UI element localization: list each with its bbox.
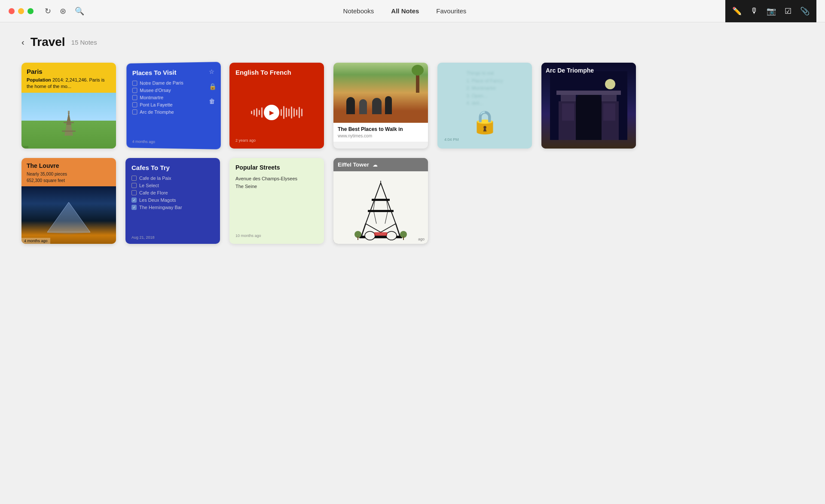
places-checkbox-1	[132, 81, 138, 86]
nytimes-title: The Best Places to Walk in	[338, 126, 424, 132]
back-button[interactable]: ‹	[21, 37, 24, 47]
waveform-bar	[283, 106, 284, 119]
notes-row-1: Paris Population 2014: 2,241,246. Paris …	[21, 63, 804, 149]
streets-timestamp: 10 months ago	[235, 234, 318, 238]
nytimes-image	[333, 63, 428, 123]
svg-rect-2	[64, 122, 74, 123]
cafes-checkbox-1	[131, 176, 137, 181]
page-title: Travel	[31, 35, 65, 49]
cloud-icon: ☁	[373, 162, 378, 168]
louvre-pyramid-svg	[21, 186, 116, 244]
louvre-body: Nearly 35,000 pieces 652,300 square feet	[27, 171, 111, 184]
paris-body: Population 2014: 2,241,246. Paris is the…	[27, 77, 111, 90]
cafes-checkbox-2	[131, 183, 137, 188]
places-item-2: Musee d'Orsay	[132, 87, 215, 93]
titlebar-left: ↻ ⊛ 🔍	[9, 6, 84, 16]
svg-marker-15	[47, 202, 90, 232]
traffic-lights	[9, 8, 34, 14]
compose-icon[interactable]: ✏️	[732, 6, 742, 16]
cafes-checkbox-5	[131, 205, 137, 210]
maximize-button[interactable]	[28, 8, 34, 14]
camera-icon[interactable]: 📷	[767, 6, 776, 16]
paris-timestamp	[21, 146, 28, 149]
places-item-3: Montmartre	[132, 95, 215, 100]
play-button[interactable]: ▶	[264, 105, 279, 120]
places-action-icons: ☆ 🔒 🗑	[209, 68, 217, 104]
lock-icon[interactable]: 🔒	[209, 83, 217, 90]
note-card-cafes[interactable]: Cafes To Try Cafe de la Paix Le Select C…	[125, 158, 220, 244]
refresh-icon[interactable]: ↻	[45, 6, 51, 16]
svg-rect-3	[62, 131, 76, 132]
cafes-item-2: Le Select	[131, 183, 214, 188]
star-icon[interactable]: ☆	[209, 68, 217, 75]
eiffel-title: Eiffel Tower	[338, 161, 369, 168]
titlebar: ↻ ⊛ 🔍 Notebooks All Notes Favourites ✏️ …	[0, 0, 825, 22]
louvre-image: 4 months ago	[21, 186, 116, 244]
streets-item-2: The Seine	[235, 184, 318, 189]
note-card-nytimes[interactable]: The Best Places to Walk in www.nytimes.c…	[333, 63, 428, 149]
audio-timestamp: 2 years ago	[235, 138, 318, 143]
nav-favourites[interactable]: Favourites	[436, 7, 466, 15]
note-card-arc[interactable]: Arc De Triomphe	[541, 63, 636, 149]
cafes-item-1: Cafe de la Paix	[131, 176, 214, 181]
places-checkbox-4	[132, 102, 138, 107]
places-title: Places To Visit	[132, 68, 215, 77]
waveform-bar	[259, 110, 260, 115]
note-card-louvre[interactable]: The Louvre Nearly 35,000 pieces 652,300 …	[21, 158, 116, 244]
cafes-timestamp: Aug 21, 2018	[131, 235, 155, 240]
eiffel-header: Eiffel Tower ☁	[333, 158, 428, 171]
checklist-icon[interactable]: ☑	[785, 6, 791, 16]
locked-timestamp: 4:04 PM	[444, 137, 459, 142]
close-button[interactable]	[9, 8, 15, 14]
svg-point-29	[386, 231, 397, 240]
note-card-paris[interactable]: Paris Population 2014: 2,241,246. Paris …	[21, 63, 116, 149]
arc-title: Arc De Triomphe	[546, 67, 632, 74]
microphone-icon[interactable]: 🎙	[750, 6, 758, 15]
note-card-streets[interactable]: Popular Streets Avenue des Champs-Elysee…	[229, 158, 324, 244]
places-timestamp: 4 months ago	[132, 140, 155, 144]
waveform-bar	[291, 106, 292, 118]
minimize-button[interactable]	[18, 8, 24, 14]
waveform-bar	[296, 109, 297, 115]
svg-marker-16	[47, 232, 90, 234]
cafes-item-5: The Hemingway Bar	[131, 205, 214, 210]
svg-rect-14	[603, 103, 615, 121]
note-count: 15 Notes	[71, 39, 97, 46]
waveform-bar	[286, 108, 287, 117]
places-checkbox-5	[132, 109, 138, 115]
note-card-locked[interactable]: Things to eat1. Place of Fancy2. Montmar…	[437, 63, 532, 149]
nav-notebooks[interactable]: Notebooks	[343, 7, 374, 15]
waveform-bar	[301, 109, 302, 116]
waveform-bar	[299, 107, 300, 118]
nytimes-info: The Best Places to Walk in www.nytimes.c…	[333, 123, 428, 142]
eiffel-tower-small-svg	[56, 110, 82, 144]
search-icon[interactable]: 🔍	[75, 6, 84, 16]
svg-rect-4	[68, 111, 70, 114]
lock-large-icon: 🔒	[471, 109, 499, 135]
header: ‹ Travel 15 Notes	[21, 35, 804, 49]
waveform-bar	[254, 109, 255, 115]
paris-image	[21, 93, 116, 149]
tag-icon[interactable]: ⊛	[60, 6, 66, 16]
trash-icon[interactable]: 🗑	[209, 98, 217, 105]
louvre-title: The Louvre	[27, 162, 111, 169]
svg-rect-12	[556, 91, 621, 95]
cafes-title: Cafes To Try	[131, 164, 214, 171]
svg-rect-34	[374, 232, 387, 236]
svg-rect-38	[403, 237, 404, 240]
waveform-bar	[281, 109, 282, 116]
svg-point-28	[365, 231, 375, 240]
titlebar-icons: ↻ ⊛ 🔍	[45, 6, 84, 16]
waveform-bar	[261, 107, 263, 118]
attachment-icon[interactable]: 📎	[800, 6, 810, 16]
arc-overlay: Arc De Triomphe	[546, 67, 632, 74]
note-card-places[interactable]: Places To Visit Notre Dame de Paris Muse…	[126, 62, 221, 149]
places-item-5: Arc de Triomphe	[132, 109, 215, 115]
louvre-timestamp: 4 months ago	[21, 238, 50, 244]
waveform-bar	[256, 108, 257, 117]
note-card-audio[interactable]: English To French ▶ 2 years ago	[229, 63, 324, 149]
nav-all-notes[interactable]: All Notes	[391, 7, 419, 15]
note-card-eiffel[interactable]: Eiffel Tower ☁	[333, 158, 428, 244]
eiffel-drawing-svg	[353, 181, 409, 244]
arc-triomphe-svg	[550, 71, 627, 140]
